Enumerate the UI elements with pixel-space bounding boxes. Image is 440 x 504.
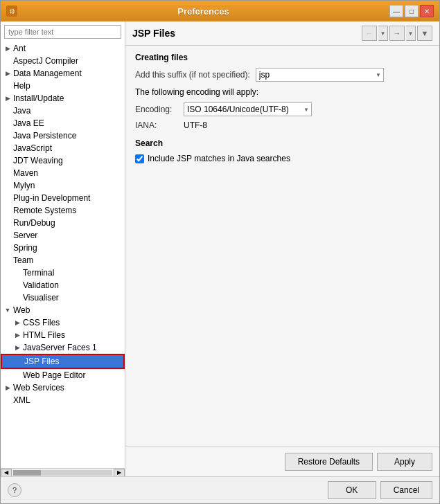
tree-arrow-data [3, 69, 12, 78]
encoding-select[interactable]: ISO 10646/Unicode(UTF-8) [184, 102, 312, 116]
sidebar-item-plugin[interactable]: Plug-in Development [1, 192, 125, 204]
preferences-window: ⚙ Preferences — □ ✕ Ant AspectJ Compiler [0, 0, 440, 504]
scroll-right-btn[interactable]: ▶ [114, 469, 125, 477]
sidebar-label-ant: Ant [13, 44, 26, 53]
sidebar-item-java-persistence[interactable]: Java Persistence [1, 129, 125, 142]
tree-container: Ant AspectJ Compiler Data Management Hel… [1, 42, 125, 468]
sidebar-label-help: Help [13, 81, 30, 91]
sidebar-label-web-services: Web Services [13, 383, 64, 393]
sidebar-label-java-persistence: Java Persistence [13, 131, 76, 141]
tree-arrow-xml [3, 396, 12, 404]
cancel-button[interactable]: Cancel [380, 481, 432, 499]
sidebar-item-jdt[interactable]: JDT Weaving [1, 154, 125, 167]
panel-content: Creating files Add this suffix (if not s… [125, 46, 439, 447]
main-content: Ant AspectJ Compiler Data Management Hel… [1, 21, 439, 476]
tree-arrow-web-page-editor [13, 371, 21, 379]
nav-forward-dropdown[interactable]: ▼ [406, 26, 416, 41]
nav-forward-button[interactable]: → [389, 26, 405, 41]
sidebar-item-run-debug[interactable]: Run/Debug [1, 217, 125, 229]
sidebar-label-java-ee: Java EE [13, 118, 44, 128]
sidebar-label-mylyn: Mylyn [13, 181, 35, 190]
sidebar-item-xml[interactable]: XML [1, 394, 125, 406]
sidebar-item-web-services[interactable]: Web Services [1, 381, 125, 394]
sidebar-item-install[interactable]: Install/Update [1, 92, 125, 105]
sidebar-label-maven: Maven [13, 168, 38, 178]
sidebar-label-html: HTML Files [23, 330, 65, 340]
sidebar-item-terminal[interactable]: Terminal [1, 267, 125, 279]
sidebar-label-visualiser: Visualiser [23, 293, 59, 303]
suffix-row: Add this suffix (if not specified): jsp [135, 68, 430, 82]
sidebar-item-java[interactable]: Java [1, 105, 125, 117]
scroll-thumb[interactable] [13, 470, 41, 476]
sidebar-label-remote: Remote Systems [13, 206, 76, 215]
tree-arrow-javascript [3, 144, 12, 152]
tree-arrow-java-ee [3, 119, 12, 127]
ok-button[interactable]: OK [328, 481, 376, 499]
window-title: Preferences [17, 6, 389, 17]
sidebar-label-web: Web [13, 305, 30, 315]
scroll-left-btn[interactable]: ◀ [1, 469, 12, 477]
checkbox-label: Include JSP matches in Java searches [148, 154, 290, 163]
sidebar-label-team: Team [13, 255, 33, 265]
nav-menu-button[interactable]: ▼ [417, 26, 432, 41]
sidebar-item-jsf[interactable]: JavaServer Faces 1 [1, 341, 125, 354]
sidebar-label-install: Install/Update [13, 93, 64, 103]
sidebar-item-ant[interactable]: Ant [1, 42, 125, 55]
tree-arrow-maven [3, 169, 12, 177]
tree-arrow-web-services [3, 384, 12, 392]
sidebar-item-help[interactable]: Help [1, 80, 125, 92]
tree-arrow-java [3, 107, 12, 115]
suffix-select-wrapper: jsp [256, 68, 384, 82]
sidebar-item-spring[interactable]: Spring [1, 242, 125, 254]
sidebar-item-aspectj[interactable]: AspectJ Compiler [1, 55, 125, 67]
help-button[interactable]: ? [8, 483, 21, 497]
close-button[interactable]: ✕ [420, 5, 434, 17]
title-bar: ⚙ Preferences — □ ✕ [1, 1, 439, 21]
sidebar-item-javascript[interactable]: JavaScript [1, 142, 125, 154]
maximize-button[interactable]: □ [405, 5, 419, 17]
suffix-select[interactable]: jsp [256, 68, 384, 82]
sidebar-item-data-management[interactable]: Data Management [1, 67, 125, 80]
tree-arrow-install [3, 94, 12, 102]
sidebar-item-css[interactable]: CSS Files [1, 316, 125, 329]
minimize-button[interactable]: — [389, 5, 403, 17]
tree-arrow-aspectj [3, 57, 12, 65]
tree-arrow-visualiser [13, 294, 21, 302]
sidebar-label-css: CSS Files [23, 318, 60, 327]
sidebar-item-visualiser[interactable]: Visualiser [1, 291, 125, 304]
sidebar-item-java-ee[interactable]: Java EE [1, 117, 125, 129]
nav-back-button[interactable]: ← [362, 26, 377, 41]
tree-arrow-help [3, 82, 12, 90]
scroll-track[interactable] [13, 470, 112, 476]
sidebar-label-data: Data Management [13, 69, 82, 78]
restore-defaults-button[interactable]: Restore Defaults [285, 453, 373, 471]
sidebar-item-remote[interactable]: Remote Systems [1, 204, 125, 217]
tree-arrow-jsf [13, 343, 21, 352]
encoding-row: Encoding: ISO 10646/Unicode(UTF-8) [135, 102, 430, 116]
tree-arrow-jdt [3, 156, 12, 165]
checkbox-row: Include JSP matches in Java searches [135, 154, 430, 163]
include-jsp-checkbox[interactable] [135, 154, 144, 163]
sidebar-item-server[interactable]: Server [1, 229, 125, 242]
sidebar-item-jsp[interactable]: JSP Files [1, 354, 125, 369]
sidebar-label-aspectj: AspectJ Compiler [13, 56, 78, 66]
tree-arrow-run-debug [3, 219, 12, 227]
creating-section-title: Creating files [135, 53, 430, 62]
tree-arrow-team [3, 256, 12, 264]
iana-label: IANA: [135, 120, 184, 130]
sidebar-label-jsp: JSP Files [24, 357, 59, 366]
tree-arrow-spring [3, 244, 12, 252]
sidebar-item-web-page-editor[interactable]: Web Page Editor [1, 369, 125, 381]
sidebar-item-validation[interactable]: Validation [1, 279, 125, 291]
nav-back-dropdown[interactable]: ▼ [378, 26, 388, 41]
filter-input[interactable] [4, 25, 121, 39]
apply-button[interactable]: Apply [377, 453, 432, 471]
sidebar-item-mylyn[interactable]: Mylyn [1, 179, 125, 192]
tree-arrow-html [13, 331, 21, 339]
sidebar-item-maven[interactable]: Maven [1, 167, 125, 179]
sidebar-item-web[interactable]: Web [1, 304, 125, 316]
sidebar-label-jdt: JDT Weaving [13, 156, 63, 165]
sidebar-item-team[interactable]: Team [1, 254, 125, 267]
encoding-select-wrapper: ISO 10646/Unicode(UTF-8) [184, 102, 312, 116]
sidebar-item-html[interactable]: HTML Files [1, 329, 125, 341]
